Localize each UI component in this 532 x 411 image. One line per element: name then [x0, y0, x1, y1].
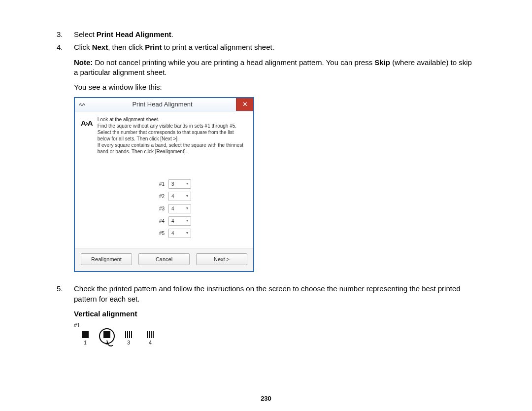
- app-icon: A›A: [75, 98, 89, 111]
- dropdown-row: #5 4▾: [137, 229, 191, 238]
- dropdown-select[interactable]: 4▾: [168, 216, 191, 226]
- dialog-body: A›A Look at the alignment sheet. Find th…: [75, 111, 253, 155]
- step-4-text: Click Next, then click Print to print a …: [74, 43, 274, 51]
- step-number: 3.: [57, 30, 63, 39]
- dropdown-select[interactable]: 4▾: [168, 204, 191, 213]
- vertical-alignment-heading: Vertical alignment: [74, 309, 478, 319]
- dialog-instructions: Look at the alignment sheet. Find the sq…: [98, 116, 247, 155]
- dropdown-row: #2 4▾: [137, 192, 191, 201]
- dropdown-row: #3 4▾: [137, 204, 191, 213]
- dropdown-label: #3: [159, 206, 165, 212]
- chevron-down-icon: ▾: [186, 218, 188, 224]
- titlebar: A›A Print Head Alignment ✕: [75, 98, 253, 111]
- window-intro: You see a window like this:: [74, 82, 478, 92]
- dropdown-select[interactable]: 4▾: [168, 192, 191, 201]
- pattern-number: 3: [127, 340, 130, 346]
- step-5: 5. Check the printed pattern and follow …: [54, 284, 478, 346]
- dialog: A›A Print Head Alignment ✕ A›A Look at t…: [74, 97, 254, 272]
- dropdown-label: #5: [159, 230, 165, 237]
- pattern-cell: 4: [146, 331, 155, 346]
- dropdown-label: #1: [159, 181, 165, 188]
- banded-square-icon: [147, 331, 154, 338]
- close-icon[interactable]: ✕: [236, 98, 253, 111]
- banded-square-icon: [125, 331, 132, 338]
- step-number: 4.: [57, 42, 63, 52]
- pattern-cell: 1: [81, 331, 90, 346]
- dropdown-select[interactable]: 4▾: [168, 229, 191, 238]
- dropdown-select[interactable]: 3▾: [168, 179, 191, 189]
- step-5-text: Check the printed pattern and follow the…: [74, 284, 461, 303]
- pattern-number: 1: [84, 340, 87, 346]
- step-3-text: Select Print Head Alignment.: [74, 30, 173, 38]
- page-number: 230: [0, 395, 532, 402]
- step-4: 4. Click Next, then click Print to print…: [54, 42, 478, 272]
- square-icon: [82, 331, 89, 338]
- dropdown-list: #1 3▾ #2 4▾ #3 4▾ #4 4▾: [137, 179, 191, 238]
- dialog-title: Print Head Alignment: [89, 98, 236, 111]
- chevron-down-icon: ▾: [186, 231, 188, 236]
- cancel-button[interactable]: Cancel: [138, 253, 190, 265]
- dialog-buttons: Realignment Cancel Next >: [75, 248, 253, 271]
- dropdown-label: #4: [159, 218, 165, 225]
- app-logo: A›A: [81, 116, 93, 155]
- step-3: 3. Select Print Head Alignment.: [54, 30, 478, 39]
- chevron-down-icon: ▾: [186, 194, 188, 199]
- dropdown-row: #1 3▾: [137, 179, 191, 189]
- note: Note: Do not cancel printing while you a…: [74, 58, 478, 78]
- chevron-down-icon: ▾: [186, 206, 188, 211]
- pattern-cell: 3: [124, 331, 133, 346]
- pattern-diagram: #1 1 2 3: [74, 322, 478, 346]
- pattern-number: 4: [149, 340, 152, 346]
- step-number: 5.: [57, 284, 63, 294]
- pattern-cell-circled: 2: [102, 331, 111, 346]
- realignment-button[interactable]: Realignment: [81, 253, 132, 265]
- next-button[interactable]: Next >: [196, 253, 247, 265]
- chevron-down-icon: ▾: [186, 181, 188, 187]
- dropdown-row: #4 4▾: [137, 216, 191, 226]
- pattern-set-label: #1: [74, 322, 478, 329]
- dropdown-label: #2: [159, 193, 165, 200]
